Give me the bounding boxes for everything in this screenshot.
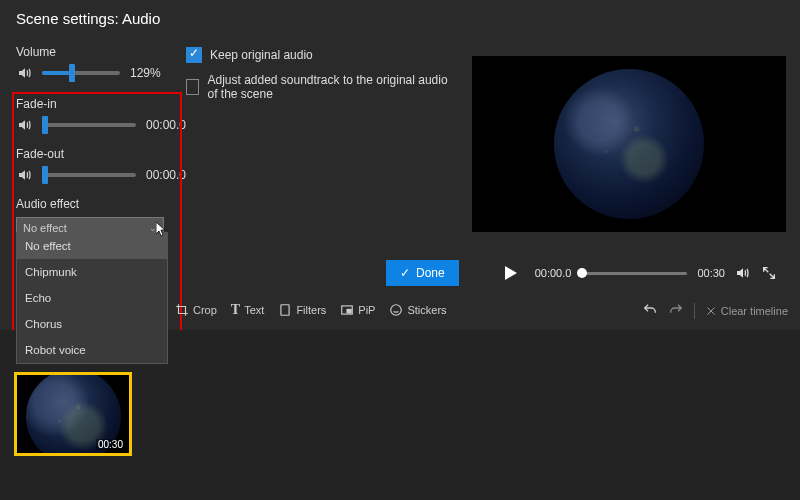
fadein-slider[interactable]: [42, 123, 136, 127]
clear-timeline-label: Clear timeline: [721, 305, 788, 317]
seek-slider[interactable]: [581, 272, 687, 275]
audio-effect-dropdown: No effect Chipmunk Echo Chorus Robot voi…: [16, 232, 168, 364]
fullscreen-icon[interactable]: [761, 265, 777, 281]
dropdown-item[interactable]: Chorus: [17, 311, 167, 337]
preview-image: [554, 69, 704, 219]
crop-tool[interactable]: Crop: [175, 303, 217, 317]
fadein-value: 00:00.0: [146, 118, 186, 132]
stickers-label: Stickers: [407, 304, 446, 316]
crop-label: Crop: [193, 304, 217, 316]
preview-pane: [472, 56, 786, 232]
timeline-clip[interactable]: 00:30: [14, 372, 132, 456]
fadeout-slider[interactable]: [42, 173, 136, 177]
pip-tool[interactable]: PiP: [340, 303, 375, 317]
filters-tool[interactable]: Filters: [278, 303, 326, 317]
playback-total: 00:30: [697, 267, 725, 279]
window-title: Scene settings: Audio: [0, 0, 800, 35]
undo-button[interactable]: [642, 302, 658, 320]
done-button[interactable]: ✓ Done: [386, 260, 459, 286]
fadeout-label: Fade-out: [16, 147, 444, 161]
pip-label: PiP: [358, 304, 375, 316]
fadeout-value: 00:00.0: [146, 168, 186, 182]
volume-slider[interactable]: [42, 71, 120, 75]
keep-original-checkbox[interactable]: [186, 47, 202, 63]
keep-original-label: Keep original audio: [210, 48, 313, 62]
text-icon: T: [231, 302, 240, 318]
svg-rect-0: [281, 305, 289, 316]
clear-timeline-button[interactable]: Clear timeline: [705, 305, 788, 317]
filters-label: Filters: [296, 304, 326, 316]
volume-value: 129%: [130, 66, 161, 80]
text-tool[interactable]: T Text: [231, 302, 265, 318]
svg-point-3: [391, 305, 402, 316]
stickers-tool[interactable]: Stickers: [389, 303, 446, 317]
svg-rect-2: [347, 309, 351, 313]
dropdown-item[interactable]: Chipmunk: [17, 259, 167, 285]
play-button[interactable]: [505, 266, 517, 280]
clip-duration: 00:30: [96, 439, 125, 450]
dropdown-item[interactable]: Echo: [17, 285, 167, 311]
playback-current: 00:00.0: [535, 267, 572, 279]
done-label: Done: [416, 266, 445, 280]
speaker-icon: [16, 167, 36, 183]
dropdown-item[interactable]: Robot voice: [17, 337, 167, 363]
dropdown-item[interactable]: No effect: [17, 233, 167, 259]
adjust-soundtrack-checkbox[interactable]: [186, 79, 199, 95]
cursor-icon: [156, 222, 168, 241]
check-icon: ✓: [400, 266, 410, 280]
text-label: Text: [244, 304, 264, 316]
speaker-icon: [16, 117, 36, 133]
volume-icon[interactable]: [735, 265, 751, 281]
redo-button[interactable]: [668, 302, 684, 320]
adjust-soundtrack-label: Adjust added soundtrack to the original …: [207, 73, 460, 101]
speaker-icon: [16, 65, 36, 81]
audio-effect-label: Audio effect: [16, 197, 444, 211]
